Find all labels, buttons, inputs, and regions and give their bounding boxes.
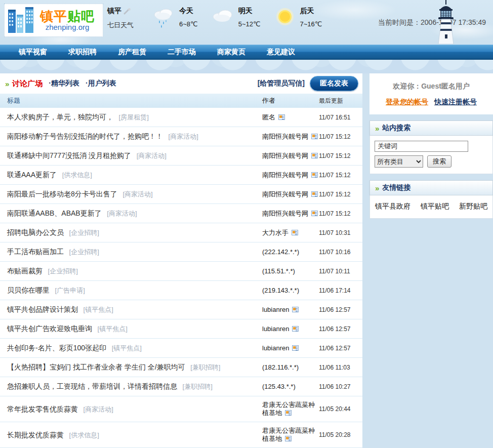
post-title-link[interactable]: 联通AAA更新了 (7, 171, 57, 179)
post-title-link[interactable]: 南阳移动豹子号告别没抵消的时代了，抢购吧！！ (7, 132, 163, 140)
weather-temp-label: 5~12℃ (238, 20, 261, 28)
profile-card-icon[interactable] (311, 211, 318, 216)
post-author: 南阳恒兴靓号网 (262, 210, 308, 217)
weather-today: 今天 6~8℃ (152, 7, 198, 29)
post-title-link[interactable]: 招聘电脑办公文员 (7, 228, 64, 236)
post-title-link[interactable]: 贝贝你在哪里 (7, 286, 50, 294)
post-title-link[interactable]: 手工活布贴画加工 (7, 248, 64, 256)
profile-card-icon[interactable] (311, 172, 318, 178)
profile-card-icon[interactable] (311, 153, 318, 158)
friend-link-xinye-tieba[interactable]: 新野贴吧 (459, 202, 487, 211)
post-time: 11/07 16:51 (319, 114, 362, 121)
post-row: 布贴画裁剪 [企业招聘] (115.51.*.*) 11/07 10:11 (0, 262, 362, 281)
post-time: 11/07 15:12 (319, 191, 362, 198)
profile-card-icon[interactable] (292, 345, 299, 351)
post-title-link[interactable]: 常年批发零售优质蒜黄 (7, 405, 78, 413)
friend-link-county-gov[interactable]: 镇平县政府 (375, 202, 410, 211)
profile-card-icon[interactable] (292, 230, 298, 235)
post-title-link[interactable]: 南阳联通AABB、ABAB更新了 (7, 209, 102, 217)
post-time: 11/07 15:12 (319, 172, 362, 179)
post-time: 11/07 10:11 (319, 268, 362, 275)
nav-item-feedback[interactable]: 意见建议 (256, 48, 306, 57)
essence-list-link[interactable]: ·精华列表 (49, 79, 79, 88)
forum-panel: » 讨论广场 ·精华列表 ·用户列表 [给管理员写信] 匿名发表 标题 作者 最… (0, 73, 362, 448)
nav-item-secondhand[interactable]: 二手市场 (157, 48, 207, 57)
wave-decoration (0, 60, 493, 73)
site-search-title: 站内搜索 (382, 124, 410, 133)
profile-card-icon[interactable] (285, 436, 292, 441)
nav-item-yellow-pages[interactable]: 商家黄页 (207, 48, 256, 57)
post-category-tag: [镇平焦点] (96, 325, 128, 333)
post-author: 大力水手 (262, 229, 289, 236)
user-list-link[interactable]: ·用户列表 (86, 79, 116, 88)
search-button[interactable]: 搜索 (427, 155, 451, 168)
seven-day-weather-link[interactable]: 七日天气 (107, 21, 134, 30)
profile-card-icon[interactable] (292, 307, 299, 312)
nav-item-jobs[interactable]: 求职招聘 (58, 48, 107, 57)
post-row: 镇平共创广告欢迎致电垂询 [镇平焦点] lubianren 11/06 12:5… (0, 319, 362, 339)
nav-item-housing[interactable]: 房产租赁 (107, 48, 157, 57)
post-author: 南阳恒兴靓号网 (262, 190, 308, 198)
post-category-tag: [供求信息] (60, 171, 92, 179)
post-category-tag: [商家活动] (121, 190, 153, 198)
post-title-link[interactable]: 南阳最后一批移动老8分卡号出售了 (7, 190, 117, 198)
anonymous-post-button[interactable]: 匿名发表 (310, 76, 358, 91)
register-link[interactable]: 快速注册帐号 (434, 98, 477, 106)
post-category-tag: [商家活动] (135, 152, 167, 159)
post-author: lubianren (262, 344, 290, 352)
post-author: (125.43.*.*) (262, 383, 296, 390)
nav-item-zhenping-window[interactable]: 镇平视窗 (8, 48, 58, 57)
post-time: 11/06 12:57 (319, 325, 362, 333)
login-link[interactable]: 登录您的帐号 (386, 98, 428, 106)
site-logo[interactable]: 镇平贴吧 zhenping.org (4, 4, 103, 37)
post-row: 【火热招聘】宝妈们 找工作者业余者 学生们 全/兼职均可 [兼职招聘] (182… (0, 358, 362, 377)
sun-icon (274, 7, 296, 28)
post-title-link[interactable]: 共创印务-名片、彩页100张起印 (7, 344, 106, 352)
post-time: 11/07 10:31 (319, 229, 362, 236)
post-time: 11/06 10:27 (319, 383, 362, 390)
post-title-link[interactable]: 联通稀缺中间7777没抵消 没月租抢购了 (7, 151, 131, 159)
post-row: 南阳联通AABB、ABAB更新了 [商家活动] 南阳恒兴靓号网 11/07 15… (0, 204, 362, 223)
post-author: 南阳恒兴靓号网 (262, 171, 308, 179)
post-author: (115.51.*.*) (262, 267, 295, 275)
post-category-tag: [商家活动] (81, 405, 113, 413)
post-author: 匿名 (262, 113, 275, 121)
weather-day-label: 明天 (238, 7, 261, 16)
post-time: 11/06 12:57 (319, 306, 362, 313)
post-time: 11/06 11:03 (319, 364, 362, 371)
profile-card-icon[interactable] (278, 114, 285, 120)
friend-links-box: » 友情链接 镇平县政府 镇平贴吧 新野贴吧 (369, 180, 493, 219)
post-row: 急招兼职人员，工资现结，带薪培训，详情看招聘信息 [兼职招聘] (125.43.… (0, 377, 362, 396)
post-title-link[interactable]: 【火热招聘】宝妈们 找工作者业余者 学生们 全/兼职均可 (7, 363, 185, 371)
keyword-input[interactable] (375, 141, 468, 152)
weather-bar: 镇平 七日天气 今天 6~8℃ (107, 7, 335, 30)
friend-link-zhenping-tieba[interactable]: 镇平贴吧 (421, 202, 449, 211)
post-title-link[interactable]: 长期批发优质蒜黄 (7, 431, 64, 439)
post-title-link[interactable]: 急招兼职人员，工资现结，带薪培训，详情看招聘信息 (7, 382, 177, 390)
profile-card-icon[interactable] (292, 326, 299, 332)
welcome-message: 欢迎你：Guest匿名用户 (369, 82, 493, 91)
weather-temp-label: 7~16℃ (300, 20, 322, 28)
post-row: 常年批发零售优质蒜黄 [商家活动] 君康无公害蔬菜种植基地 11/05 20:4… (0, 396, 362, 422)
weather-city: 镇平 (107, 7, 152, 16)
sidebar: 欢迎你：Guest匿名用户 登录您的帐号 快速注册帐号 » 站内搜索 所有类目 … (369, 73, 493, 219)
friend-links-title: 友情链接 (382, 183, 410, 192)
post-title-link[interactable]: 镇平共创品牌设计策划 (7, 305, 78, 313)
post-category-tag: [企业招聘] (67, 229, 99, 236)
post-row: 镇平共创品牌设计策划 [镇平焦点] lubianren 11/06 12:57 (0, 300, 362, 319)
post-time: 11/06 12:57 (319, 345, 362, 352)
profile-card-icon[interactable] (311, 134, 318, 139)
post-title-link[interactable]: 镇平共创广告欢迎致电垂询 (7, 324, 92, 333)
post-title-link[interactable]: 布贴画裁剪 (7, 267, 43, 275)
write-to-admin-link[interactable]: [给管理员写信] (258, 79, 305, 88)
post-time: 11/07 15:12 (319, 133, 362, 140)
category-select[interactable]: 所有类目 (375, 155, 423, 168)
profile-card-icon[interactable] (311, 191, 318, 197)
post-time: 11/05 20:28 (319, 431, 362, 438)
site-header: 镇平贴吧 zhenping.org 镇平 七日天气 (0, 0, 493, 45)
site-title: 镇平贴吧 (40, 9, 95, 23)
main-navigation: 镇平视窗 求职招聘 房产租赁 二手市场 商家黄页 意见建议 (0, 45, 493, 60)
double-arrow-icon: » (375, 184, 379, 192)
profile-card-icon[interactable] (285, 410, 292, 416)
post-title-link[interactable]: 本人求购房子，单元，独院均可， (7, 113, 113, 121)
